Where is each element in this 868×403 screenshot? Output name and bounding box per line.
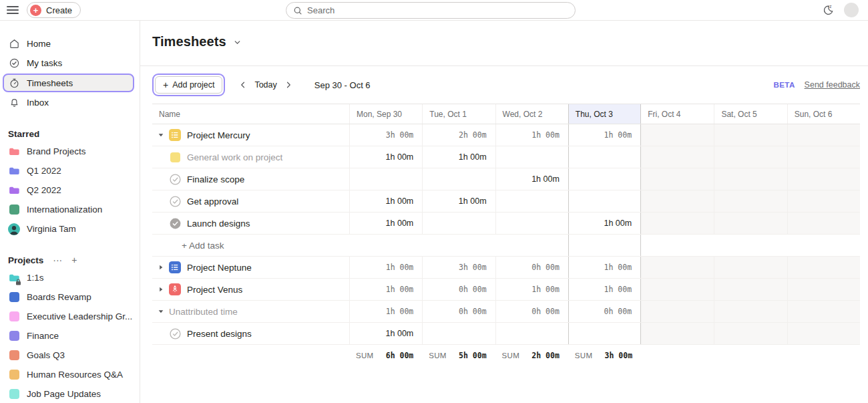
time-cell[interactable] (641, 213, 714, 234)
projects-add-icon[interactable]: + (71, 255, 77, 265)
sidebar-item-q2-2022[interactable]: Q2 2022 (0, 180, 140, 200)
time-cell[interactable] (422, 323, 495, 344)
row-label[interactable]: Launch designs (187, 219, 250, 229)
search-input[interactable] (307, 5, 568, 15)
today-button[interactable]: Today (254, 80, 276, 90)
time-cell[interactable] (349, 168, 422, 190)
title-chevron-down-icon[interactable] (233, 38, 242, 47)
task-completed-icon[interactable] (169, 217, 181, 229)
time-cell[interactable]: 1h 00m (349, 146, 422, 168)
time-cell[interactable] (641, 168, 714, 190)
time-cell[interactable] (641, 190, 714, 212)
time-cell[interactable] (349, 235, 422, 256)
time-cell[interactable]: 2h 00m (422, 124, 495, 146)
sidebar-item-inbox[interactable]: Inbox (0, 93, 140, 112)
next-week-button[interactable] (280, 76, 297, 94)
caret-right-icon[interactable] (156, 264, 166, 271)
sidebar-item-human-resources-q-a[interactable]: Human Resources Q&A (0, 365, 140, 384)
sidebar-item-internationalization[interactable]: Internationalization (0, 200, 140, 219)
time-cell[interactable] (641, 301, 714, 322)
time-cell[interactable]: 1h 00m (349, 323, 422, 344)
time-cell[interactable] (714, 301, 787, 322)
sidebar-item-brand-projects[interactable]: Brand Projects (0, 142, 140, 161)
time-cell[interactable]: 1h 00m (568, 279, 641, 300)
user-avatar[interactable] (844, 3, 859, 17)
time-cell[interactable] (787, 235, 860, 256)
time-cell[interactable] (714, 190, 787, 212)
time-cell[interactable] (787, 279, 860, 300)
time-cell[interactable]: 0h 00m (422, 301, 495, 322)
sidebar-item-home[interactable]: Home (0, 34, 140, 53)
time-cell[interactable] (787, 168, 860, 190)
time-cell[interactable] (714, 124, 787, 146)
time-cell[interactable]: 1h 00m (422, 190, 495, 212)
sidebar-item-my-tasks[interactable]: My tasks (0, 53, 140, 73)
time-cell[interactable]: 0h 00m (422, 279, 495, 300)
prev-week-button[interactable] (234, 76, 252, 94)
time-cell[interactable] (787, 257, 860, 278)
sidebar-item-executive-leadership-gr[interactable]: Executive Leadership Gr... (0, 307, 140, 326)
time-cell[interactable]: 1h 00m (349, 279, 422, 300)
time-cell[interactable]: 1h 00m (568, 124, 641, 146)
time-cell[interactable] (422, 168, 495, 190)
time-cell[interactable]: 1h 00m (568, 257, 641, 278)
time-cell[interactable]: 0h 00m (495, 301, 568, 322)
time-cell[interactable]: 1h 00m (495, 168, 568, 190)
time-cell[interactable] (495, 323, 568, 344)
snooze-moon-icon[interactable]: z (821, 3, 835, 17)
time-cell[interactable] (787, 190, 860, 212)
add-project-button[interactable]: + Add project (155, 76, 222, 94)
general-work-square-icon[interactable] (169, 151, 181, 163)
time-cell[interactable] (495, 146, 568, 168)
time-cell[interactable]: 0h 00m (495, 257, 568, 278)
time-cell[interactable] (714, 257, 787, 278)
sidebar-item-boards-revamp[interactable]: Boards Revamp (0, 287, 140, 307)
task-check-circle-icon[interactable] (169, 327, 181, 340)
time-cell[interactable]: 3h 00m (422, 257, 495, 278)
create-button[interactable]: + Create (27, 2, 81, 18)
time-cell[interactable] (714, 213, 787, 234)
row-label[interactable]: Present designs (187, 329, 252, 339)
time-cell[interactable] (787, 124, 860, 146)
sidebar-item-virginia-tam[interactable]: Virginia Tam (0, 219, 140, 239)
time-cell[interactable] (568, 323, 641, 344)
row-label[interactable]: Finalize scope (187, 174, 244, 184)
time-cell[interactable]: 3h 00m (349, 124, 422, 146)
time-cell[interactable] (787, 323, 860, 344)
caret-right-icon[interactable] (156, 286, 166, 293)
time-cell[interactable] (568, 146, 641, 168)
time-cell[interactable]: 1h 00m (495, 279, 568, 300)
time-cell[interactable] (714, 168, 787, 190)
time-cell[interactable]: 1h 00m (568, 213, 641, 234)
time-cell[interactable] (641, 279, 714, 300)
time-cell[interactable] (787, 301, 860, 322)
time-cell[interactable]: 1h 00m (349, 190, 422, 212)
time-cell[interactable] (714, 146, 787, 168)
time-cell[interactable] (568, 190, 641, 212)
time-cell[interactable] (714, 279, 787, 300)
time-cell[interactable] (568, 235, 641, 256)
sidebar-item-finance[interactable]: Finance (0, 326, 140, 346)
row-label[interactable]: Get approval (187, 196, 238, 207)
time-cell[interactable]: 1h 00m (349, 301, 422, 322)
time-cell[interactable] (422, 235, 495, 256)
time-cell[interactable] (422, 213, 495, 234)
time-cell[interactable] (641, 257, 714, 278)
row-label[interactable]: General work on project (187, 152, 282, 162)
search-bar[interactable] (286, 2, 576, 19)
time-cell[interactable]: 1h 00m (349, 257, 422, 278)
send-feedback-link[interactable]: Send feedback (805, 80, 860, 90)
add-task-button[interactable]: + Add task (182, 241, 224, 251)
task-check-circle-icon[interactable] (169, 173, 181, 185)
projects-more-icon[interactable]: ··· (53, 255, 62, 265)
caret-down-icon[interactable] (156, 308, 166, 315)
time-cell[interactable]: 1h 00m (349, 213, 422, 234)
time-cell[interactable]: 1h 00m (422, 146, 495, 168)
time-cell[interactable] (641, 235, 714, 256)
sidebar-item-q1-2022[interactable]: Q1 2022 (0, 161, 140, 180)
time-cell[interactable] (641, 124, 714, 146)
time-cell[interactable] (495, 235, 568, 256)
sidebar-item-timesheets[interactable]: Timesheets (3, 74, 134, 92)
time-cell[interactable] (787, 213, 860, 234)
time-cell[interactable] (641, 323, 714, 344)
